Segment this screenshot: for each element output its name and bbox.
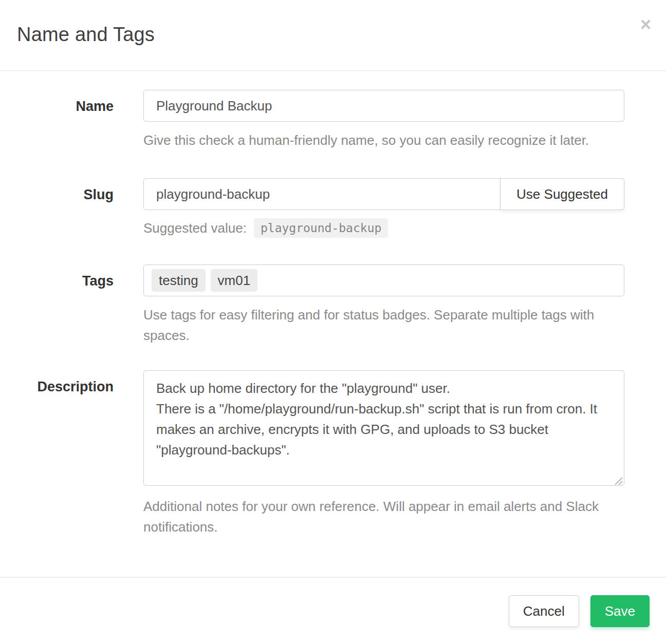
description-field-row: Description Back up home directory for t… (0, 370, 666, 537)
name-help-text: Give this check a human-friendly name, s… (143, 130, 624, 150)
description-textarea-wrap: Back up home directory for the "playgrou… (143, 370, 624, 488)
slug-label: Slug (0, 178, 114, 238)
slug-input-group: Use Suggested (143, 178, 624, 210)
suggested-value-label: Suggested value: (143, 220, 247, 236)
tags-field-col: testingvm01 Use tags for easy filtering … (143, 264, 624, 346)
close-icon[interactable]: × (640, 15, 651, 34)
tag-chip: testing (152, 269, 206, 292)
description-field-col: Back up home directory for the "playgrou… (143, 370, 624, 537)
use-suggested-button[interactable]: Use Suggested (500, 178, 624, 210)
cancel-button[interactable]: Cancel (509, 595, 579, 627)
name-input[interactable] (143, 90, 624, 122)
dialog-title: Name and Tags (17, 24, 649, 46)
name-field-row: Name Give this check a human-friendly na… (0, 90, 666, 150)
tags-help-text: Use tags for easy filtering and for stat… (143, 305, 624, 346)
slug-field-col: Use Suggested Suggested value: playgroun… (143, 178, 624, 238)
tags-input[interactable]: testingvm01 (143, 264, 624, 296)
dialog-header: Name and Tags × (0, 0, 666, 71)
suggested-value-line: Suggested value: playground-backup (143, 218, 624, 238)
tag-chip: vm01 (211, 269, 258, 292)
description-help-text: Additional notes for your own reference.… (143, 496, 624, 537)
suggested-value-code: playground-backup (254, 218, 388, 238)
tags-label: Tags (0, 264, 114, 346)
name-and-tags-dialog: Name and Tags × Name Give this check a h… (0, 0, 666, 643)
slug-field-row: Slug Use Suggested Suggested value: play… (0, 178, 666, 238)
name-label: Name (0, 90, 114, 150)
description-textarea[interactable]: Back up home directory for the "playgrou… (143, 370, 624, 486)
name-field-col: Give this check a human-friendly name, s… (143, 90, 624, 150)
tags-field-row: Tags testingvm01 Use tags for easy filte… (0, 264, 666, 346)
save-button[interactable]: Save (590, 595, 650, 627)
description-label: Description (0, 370, 114, 537)
dialog-body: Name Give this check a human-friendly na… (0, 71, 666, 537)
dialog-footer: Cancel Save (0, 577, 666, 643)
slug-input[interactable] (143, 178, 501, 210)
